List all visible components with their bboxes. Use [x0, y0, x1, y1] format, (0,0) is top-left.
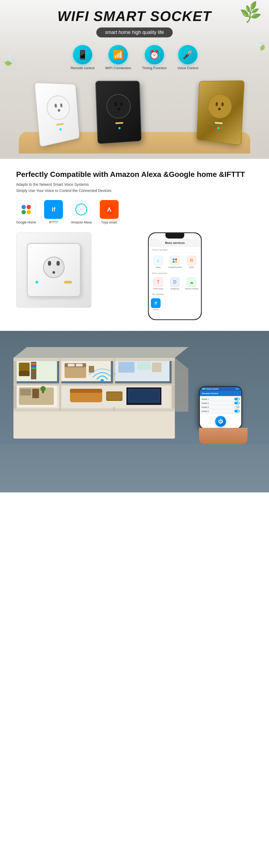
phone-power-area: ⏻ [200, 414, 241, 428]
google-home-logo [17, 200, 35, 219]
svg-rect-29 [20, 389, 31, 396]
alexa-icon: ○ [80, 207, 82, 212]
phone-tencent-label: Tencent Xiaowe [185, 288, 198, 290]
google-dots [21, 204, 32, 215]
compat-subtitle-line2: Simply Use Your Voice to Control the Con… [16, 188, 111, 193]
svg-rect-15 [19, 371, 30, 376]
svg-rect-5 [13, 408, 175, 412]
socket-black-holes [114, 102, 123, 111]
partner-tuya: Tuya smart [100, 200, 119, 224]
partner-label-tuya: Tuya smart [101, 220, 117, 224]
svg-rect-23 [76, 364, 82, 366]
compat-title: Perfectly Compatible with Amazon Alexa &… [16, 169, 253, 179]
phone-service-google: GoogleAssistant [168, 256, 182, 268]
partners-row: Google Home if IFTTT ○ Amazon Alexa [16, 200, 253, 224]
phone-notch [165, 233, 184, 239]
phone-dingdong-icon: D [170, 277, 180, 287]
phone-dingdong-label: DingDong [171, 288, 179, 290]
svg-marker-42 [13, 347, 188, 358]
feature-remote: 📱 Remote control [71, 45, 94, 70]
socket-led-indicator [35, 281, 38, 283]
svg-point-31 [40, 386, 46, 392]
toggle-switch-2[interactable] [234, 402, 240, 404]
phone-screen-content: More services Smart speaker ○ Alexa [149, 233, 201, 319]
svg-rect-17 [31, 363, 36, 365]
phone-rokid-label: Rokid [189, 266, 194, 268]
socket-hole-gold-left [215, 102, 217, 106]
compat-subtitle: Adapts to the Newest Smart Voice Systems… [16, 182, 253, 193]
partner-alexa: ○ Amazon Alexa [71, 200, 92, 224]
partner-google: Google Home [16, 200, 36, 224]
phone-app-header: Remote Control [200, 391, 241, 396]
svg-rect-8 [13, 383, 175, 385]
phone-alexa-icon: ○ [153, 256, 163, 266]
feature-label-timing: Timing Function [142, 66, 167, 70]
toggle-switch-3[interactable] [234, 406, 240, 408]
partner-ifttt: if IFTTT [44, 200, 63, 224]
socket-gold-indicator [215, 122, 223, 124]
socket-hole-gold-right [222, 102, 224, 106]
phone-app-title: WIFI Smart Socket [202, 388, 218, 390]
toggle-label-4: Socket 4 [201, 410, 209, 412]
socket-white [34, 82, 80, 147]
feature-label-wifi: WIFI Connection [105, 66, 131, 70]
google-dot-green [22, 210, 26, 214]
power-button[interactable]: ⏻ [215, 416, 226, 427]
socket-white-holes [55, 103, 63, 112]
phone-services-grid: ○ Alexa [149, 253, 201, 271]
feature-timing: ⏰ Timing Function [142, 45, 167, 70]
timing-icon: ⏰ [149, 50, 160, 60]
socket-gold-outlet [207, 94, 232, 119]
phone-ifttt-label: IFTTT [153, 309, 158, 311]
feature-circle-timing: ⏰ [145, 45, 164, 64]
socket-white-top-holes [55, 103, 62, 108]
socket-hole-left [55, 104, 57, 108]
feature-label-voice: Voice Control [177, 66, 198, 70]
phone-section-more: More services [149, 271, 201, 276]
g-dot-1 [173, 258, 175, 260]
phone-section-other: My applets [149, 291, 201, 297]
phone-time: 9:41 [235, 388, 239, 390]
toggle-label-1: Socket 1 [201, 398, 209, 400]
socket-hole-right [60, 103, 62, 107]
socket-hole-black-right [121, 102, 123, 106]
phone-service-tencent: ☁ Tencent Xiaowe [184, 277, 199, 290]
socket-white-outlet [46, 95, 70, 121]
toggle-switch-4[interactable] [234, 410, 240, 412]
features-row: 📱 Remote control 📶 WIFI Connection ⏰ Tim… [5, 45, 264, 70]
google-dot-blue [22, 205, 26, 209]
svg-marker-41 [175, 358, 188, 412]
socket-black [95, 81, 141, 144]
outlet-ground-hole [53, 271, 55, 274]
outlet-holes-group [48, 261, 60, 274]
socket-black-led [119, 127, 121, 129]
socket-hole-gold-ground [218, 108, 221, 111]
feature-circle-remote: 📱 [73, 45, 92, 64]
phone-google-icon [170, 256, 180, 266]
svg-rect-18 [31, 365, 36, 367]
alexa-ring: ○ [75, 204, 87, 215]
svg-rect-14 [19, 363, 30, 371]
socket-hole-ground [58, 109, 60, 112]
phone-tmall-label: Tmall Genie [153, 288, 163, 290]
phone-service-tmall: T Tmall Genie [151, 277, 165, 290]
product-socket-display [27, 243, 81, 297]
product-showcase-row: More services Smart speaker ○ Alexa [16, 232, 253, 320]
toggle-switch-1[interactable] [234, 398, 240, 400]
phone-device: More services Smart speaker ○ Alexa [148, 232, 202, 320]
partner-label-google: Google Home [16, 220, 36, 224]
svg-rect-27 [152, 363, 161, 372]
svg-rect-19 [31, 368, 36, 369]
socket-gold-top-holes [215, 102, 224, 106]
tuya-svg [104, 204, 114, 215]
outlet-hole-left [48, 261, 51, 266]
partner-label-alexa: Amazon Alexa [71, 220, 92, 224]
feature-circle-voice: 🎤 [178, 45, 197, 64]
socket-gold-led [217, 127, 220, 129]
power-icon: ⏻ [218, 418, 223, 424]
socket-gold-band [64, 281, 72, 283]
socket-white-face [40, 88, 76, 141]
voice-icon: 🎤 [182, 50, 193, 60]
partner-label-ifttt: IFTTT [49, 220, 58, 224]
phone-service-ifttt: if IFTTT [151, 298, 161, 311]
